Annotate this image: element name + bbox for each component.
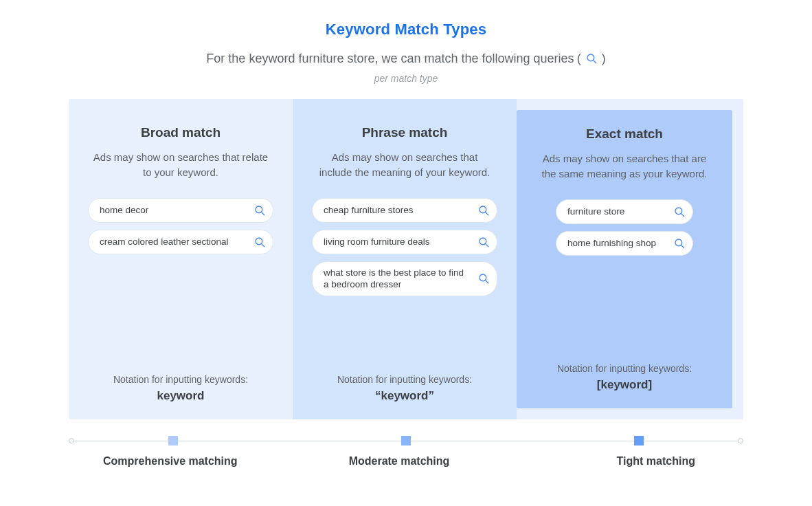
svg-line-13	[681, 213, 684, 216]
query-text: what store is the best place to find a b…	[324, 267, 469, 291]
svg-line-11	[486, 280, 488, 283]
notation-value: [keyword]	[557, 378, 692, 392]
spectrum-marker-moderate	[401, 436, 411, 446]
svg-line-5	[262, 243, 264, 246]
matching-spectrum	[69, 433, 743, 448]
query-pill: living room furniture deals	[312, 230, 497, 254]
column-description: Ads may show on searches that are the sa…	[536, 151, 713, 182]
query-text: cheap furniture stores	[324, 204, 414, 217]
query-pill: cream colored leather sectional	[88, 230, 273, 254]
diagram-subtitle: For the keyword furniture store, we can …	[206, 51, 605, 66]
column-title: Phrase match	[362, 125, 448, 140]
search-icon	[253, 236, 266, 248]
query-list: cheap furniture stores living room furni…	[312, 198, 497, 296]
query-text: living room furniture deals	[324, 236, 430, 248]
column-description: Ads may show on searches that relate to …	[91, 150, 270, 180]
query-pill: what store is the best place to find a b…	[312, 261, 497, 296]
per-match-type-label: per match type	[27, 73, 785, 84]
notation-label: Notation for inputting keywords:	[557, 363, 692, 374]
paren-close: )	[602, 52, 606, 66]
column-exact-match: Exact match Ads may show on searches tha…	[517, 110, 732, 408]
query-pill: home decor	[88, 198, 273, 223]
query-list: home decor cream colored leather section…	[88, 198, 273, 254]
search-icon	[673, 206, 686, 218]
spectrum-label: Moderate matching	[300, 455, 497, 468]
notation-block: Notation for inputting keywords: [keywor…	[557, 363, 692, 392]
column-title: Exact match	[586, 126, 663, 142]
search-icon	[477, 272, 490, 285]
notation-block: Notation for inputting keywords: keyword	[113, 374, 248, 403]
search-icon	[477, 236, 490, 248]
spectrum-endpoint-right	[738, 438, 743, 443]
spectrum-marker-comprehensive	[168, 436, 178, 446]
column-broad-match: Broad match Ads may show on searches tha…	[69, 99, 293, 419]
search-icon	[584, 51, 599, 66]
spectrum-label: Comprehensive matching	[69, 455, 300, 468]
svg-line-15	[681, 245, 684, 248]
spectrum-endpoint-left	[69, 438, 74, 443]
spectrum-label: Tight matching	[498, 455, 743, 468]
query-pill: cheap furniture stores	[312, 198, 497, 223]
paren-open: (	[577, 52, 581, 66]
svg-line-1	[593, 60, 596, 63]
notation-label: Notation for inputting keywords:	[113, 374, 248, 385]
query-text: home decor	[100, 204, 148, 217]
search-icon	[673, 237, 686, 250]
query-list: furniture store home furnishing shop	[536, 199, 713, 256]
spectrum-marker-tight	[634, 436, 644, 446]
notation-label: Notation for inputting keywords:	[337, 374, 472, 385]
query-text: home furnishing shop	[567, 237, 656, 250]
notation-block: Notation for inputting keywords: “keywor…	[337, 374, 472, 403]
notation-value: keyword	[113, 389, 248, 403]
column-title: Broad match	[141, 125, 221, 140]
svg-line-3	[262, 212, 264, 214]
column-phrase-match: Phrase match Ads may show on searches th…	[293, 99, 517, 419]
query-text: furniture store	[567, 206, 624, 218]
search-icon	[477, 204, 490, 217]
diagram-header: Keyword Match Types For the keyword furn…	[27, 21, 785, 84]
notation-value: “keyword”	[337, 389, 472, 403]
svg-line-7	[486, 212, 488, 214]
search-icon	[253, 204, 266, 217]
query-pill: home furnishing shop	[556, 231, 693, 256]
diagram-title: Keyword Match Types	[27, 21, 785, 38]
match-types-panel: Broad match Ads may show on searches tha…	[69, 99, 743, 419]
query-text: cream colored leather sectional	[100, 236, 229, 248]
svg-line-9	[486, 243, 488, 246]
spectrum-labels: Comprehensive matching Moderate matching…	[69, 455, 743, 468]
column-description: Ads may show on searches that include th…	[315, 150, 494, 180]
subtitle-text: For the keyword furniture store, we can …	[206, 52, 574, 66]
query-pill: furniture store	[556, 199, 693, 224]
